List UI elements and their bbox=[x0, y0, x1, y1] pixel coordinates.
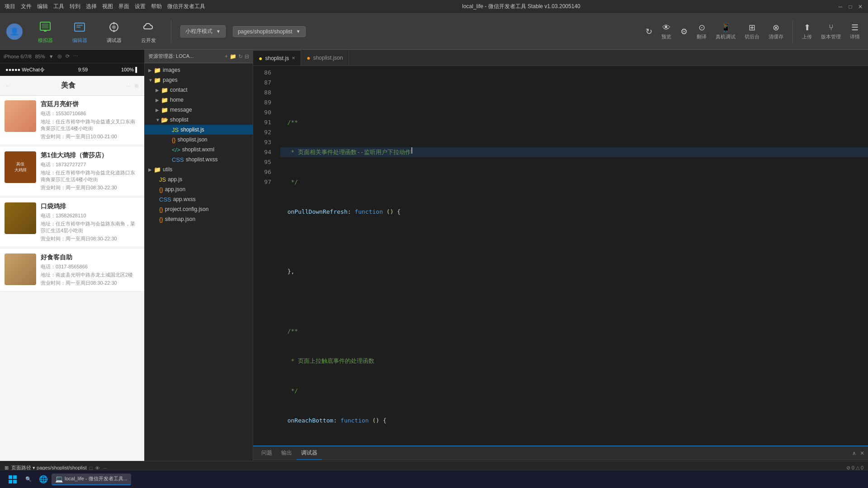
simulator-tool[interactable]: 模拟器 bbox=[32, 19, 59, 44]
cloud-tool[interactable]: 云开发 bbox=[135, 19, 162, 44]
translate-button[interactable]: ⊙ 翻译 bbox=[693, 21, 710, 42]
debug-header-icons[interactable]: ∧ ✕ bbox=[852, 450, 864, 456]
menu-help[interactable]: 帮助 bbox=[151, 3, 162, 10]
preview-button[interactable]: 👁 预览 bbox=[658, 21, 675, 42]
tab-problems[interactable]: 问题 bbox=[257, 446, 277, 460]
version-button[interactable]: ⑂ 版本管理 bbox=[817, 21, 844, 42]
devtools-tab-sources[interactable]: Sources bbox=[295, 460, 324, 461]
devtools-tab-network[interactable]: Network bbox=[324, 460, 353, 461]
folder-contact[interactable]: ▶ 📁 contact bbox=[145, 85, 253, 95]
file-app-json[interactable]: {} app.json bbox=[145, 184, 253, 194]
mode-selector[interactable]: 小程序模式 bbox=[180, 25, 226, 38]
nav-more[interactable]: ··· bbox=[126, 83, 131, 89]
menu-file[interactable]: 文件 bbox=[21, 3, 32, 10]
close-debug-icon[interactable]: ✕ bbox=[860, 450, 864, 456]
screenshot-btn[interactable]: ◎ bbox=[57, 53, 62, 59]
close-tab-btn[interactable]: ✕ bbox=[292, 56, 295, 61]
devtools-tab-sensor[interactable]: Sensor bbox=[458, 460, 484, 461]
user-avatar[interactable]: 👤 bbox=[5, 23, 24, 40]
new-file-icon[interactable]: + bbox=[225, 53, 228, 60]
folder-pages[interactable]: ▼ 📁 pages bbox=[145, 75, 253, 85]
path-selector[interactable]: pages/shoplist/shoplist bbox=[233, 26, 306, 37]
nav-back[interactable]: ← bbox=[5, 83, 11, 89]
devtools-tab-mock[interactable]: Mock bbox=[382, 460, 404, 461]
menu-edit[interactable]: 编辑 bbox=[37, 3, 48, 10]
menu-devtools[interactable]: 微信开发者工具 bbox=[167, 3, 205, 10]
folder-message[interactable]: ▶ 📁 message bbox=[145, 105, 253, 115]
js-file-icon: JS bbox=[172, 127, 179, 133]
folder-utils[interactable]: ▶ 📁 utils bbox=[145, 164, 253, 174]
file-shoplist-json[interactable]: {} shoplist.json bbox=[145, 135, 253, 145]
svg-rect-12 bbox=[9, 480, 12, 483]
menu-settings[interactable]: 设置 bbox=[135, 3, 146, 10]
file-shoplist-wxml[interactable]: </> shoplist.wxml bbox=[145, 145, 253, 155]
close-button[interactable]: ✕ bbox=[857, 4, 863, 10]
devtools-tab-wxml[interactable]: Wxml bbox=[535, 460, 557, 461]
tab-debugger[interactable]: 调试器 bbox=[297, 446, 322, 460]
settings-button[interactable]: ⚙ bbox=[677, 25, 691, 38]
debugger-tool[interactable]: 调试器 bbox=[100, 19, 127, 44]
nav-menu[interactable]: ⊕ bbox=[134, 83, 139, 89]
file-label: shoplist.wxml bbox=[182, 146, 214, 153]
menu-bar[interactable]: 项目 文件 编辑 工具 转到 选择 视图 界面 设置 帮助 微信开发者工具 bbox=[5, 3, 205, 10]
detail-button[interactable]: ☰ 详情 bbox=[846, 21, 863, 42]
file-label: app.wxss bbox=[173, 196, 196, 202]
clear-button[interactable]: ⊗ 清缓存 bbox=[765, 21, 787, 42]
simulator-label: 模拟器 bbox=[38, 37, 53, 44]
file-shoplist-js[interactable]: JS shoplist.js bbox=[145, 125, 253, 135]
devtools-tab-audits[interactable]: Audits bbox=[434, 460, 458, 461]
taskbar-search[interactable]: 🔍 bbox=[22, 474, 35, 484]
tab-shoplist-json[interactable]: ● shoplist.json bbox=[301, 50, 349, 66]
file-app-js[interactable]: JS app.js bbox=[145, 174, 253, 184]
code-line-96: */ bbox=[280, 386, 868, 396]
switch-button[interactable]: ⊞ 切后台 bbox=[741, 21, 763, 42]
code-area[interactable]: 86 87 88 89 90 91 92 93 94 95 96 97 /** bbox=[253, 66, 868, 446]
menu-interface[interactable]: 界面 bbox=[118, 3, 129, 10]
file-shoplist-wxss[interactable]: CSS shoplist.wxss bbox=[145, 155, 253, 164]
start-button[interactable] bbox=[4, 472, 22, 487]
devtools-tab-console[interactable]: Console bbox=[266, 460, 295, 461]
device-controls[interactable]: ▼ bbox=[49, 54, 54, 59]
folder-images[interactable]: ▶ 📁 images bbox=[145, 65, 253, 75]
rotate-btn[interactable]: ⟳ bbox=[66, 53, 70, 59]
code-line-91 bbox=[280, 237, 868, 247]
refresh-explorer-icon[interactable]: ↻ bbox=[238, 53, 243, 60]
devtools-tab-storage[interactable]: Storage bbox=[484, 460, 512, 461]
real-debug-button[interactable]: 📱 真机调试 bbox=[712, 21, 739, 42]
menu-view[interactable]: 视图 bbox=[102, 3, 113, 10]
new-folder-icon[interactable]: 📁 bbox=[230, 53, 236, 60]
devtools-tab-security[interactable]: Security bbox=[353, 460, 382, 461]
devtools-tab-trace[interactable]: Trace bbox=[512, 460, 535, 461]
file-sitemap[interactable]: {} sitemap.json bbox=[145, 214, 253, 224]
shop-item-1[interactable]: 其佳大鸡排 第1佳大鸡排（蕾莎店） 电话：18732727277 地址：任丘市裕… bbox=[0, 147, 144, 196]
refresh-button[interactable]: ↻ bbox=[642, 25, 656, 38]
shop-item-0[interactable]: 宫廷月亮虾饼 电话：15530710686 地址：任丘市裕华中路与会益通义叉口东… bbox=[0, 96, 144, 145]
upload-button[interactable]: ⬆ 上传 bbox=[798, 21, 816, 42]
tab-output[interactable]: 输出 bbox=[277, 446, 297, 460]
file-project-config[interactable]: {} project.config.json bbox=[145, 204, 253, 214]
explorer-header-icons[interactable]: + 📁 ↻ ⊟ bbox=[225, 53, 249, 60]
file-app-wxss[interactable]: CSS app.wxss bbox=[145, 194, 253, 204]
tab-shoplist-js[interactable]: ● shoplist.js ✕ bbox=[253, 50, 301, 66]
shop-item-3[interactable]: 好食客自助 电话：0317-8565866 地址：南皮县光明中路赤龙土城国北区2… bbox=[0, 249, 144, 291]
taskbar-devtools[interactable]: 💻 local_life - 微信开发者工具... bbox=[52, 474, 131, 485]
folder-shoplist[interactable]: ▼ 📂 shoplist bbox=[145, 115, 253, 125]
menu-goto[interactable]: 转到 bbox=[70, 3, 80, 10]
phone-content[interactable]: 宫廷月亮虾饼 电话：15530710686 地址：任丘市裕华中路与会益通义叉口东… bbox=[0, 96, 144, 461]
menu-select[interactable]: 选择 bbox=[86, 3, 97, 10]
folder-home[interactable]: ▶ 📁 home bbox=[145, 95, 253, 105]
folder-arrow: ▶ bbox=[148, 68, 154, 73]
devtools-tab-appdata[interactable]: AppData bbox=[404, 460, 434, 461]
window-controls[interactable]: ─ □ ✕ bbox=[837, 4, 863, 10]
more-btn[interactable]: ⋯ bbox=[73, 53, 78, 59]
minimize-button[interactable]: ─ bbox=[837, 4, 844, 10]
menu-tools[interactable]: 工具 bbox=[53, 3, 64, 10]
taskbar-chrome[interactable]: 🌐 bbox=[35, 473, 52, 485]
collapse-icon[interactable]: ⊟ bbox=[245, 53, 249, 60]
collapse-debug-icon[interactable]: ∧ bbox=[852, 450, 856, 456]
editor-tool[interactable]: 编辑器 bbox=[66, 19, 93, 44]
menu-project[interactable]: 项目 bbox=[5, 3, 15, 10]
shop-item-2[interactable]: 口袋鸡排 电话：13582628110 地址：任丘市裕华中路与会益路东南角，菜莎… bbox=[0, 198, 144, 247]
maximize-button[interactable]: □ bbox=[847, 4, 854, 10]
code-lines[interactable]: /** * 页面相关事件处理函数--监听用户下拉动作 */ onPullDown… bbox=[276, 66, 868, 446]
